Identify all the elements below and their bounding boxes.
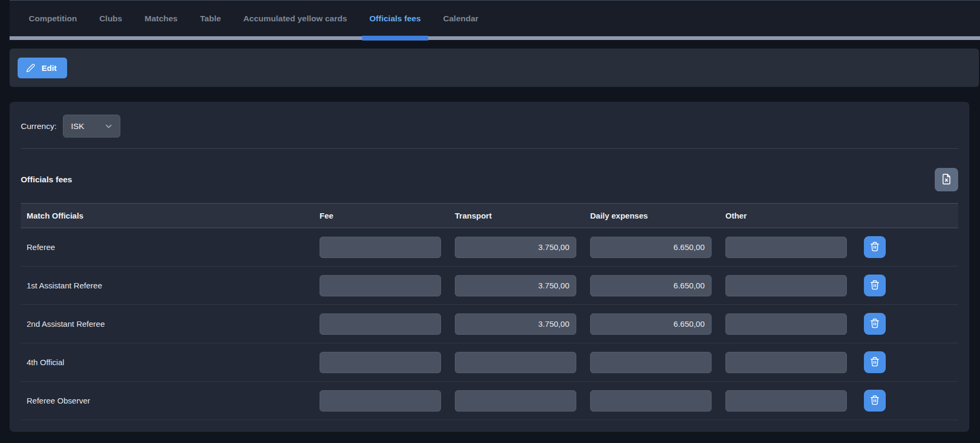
- trash-icon: [870, 357, 880, 368]
- tab-table[interactable]: Table: [200, 1, 221, 36]
- official-label: Referee: [21, 243, 320, 252]
- currency-selected-value: ISK: [71, 122, 84, 131]
- currency-label: Currency:: [21, 122, 56, 131]
- other-input[interactable]: [725, 237, 847, 258]
- tab-bar: Competition Clubs Matches Table Accumula…: [10, 0, 980, 40]
- official-label: Referee Observer: [21, 396, 320, 405]
- export-excel-button[interactable]: [935, 168, 958, 191]
- delete-row-button[interactable]: [864, 236, 886, 258]
- column-header-transport: Transport: [455, 211, 590, 220]
- fee-input[interactable]: [320, 237, 441, 258]
- transport-input[interactable]: [455, 390, 576, 412]
- column-header-daily-expenses: Daily expenses: [590, 211, 725, 220]
- delete-row-button[interactable]: [864, 351, 886, 373]
- other-input[interactable]: [725, 390, 847, 412]
- transport-input[interactable]: [455, 275, 576, 296]
- file-excel-icon: [941, 173, 952, 187]
- other-input[interactable]: [725, 313, 847, 335]
- delete-row-button[interactable]: [864, 313, 886, 335]
- currency-select[interactable]: ISK: [63, 115, 120, 138]
- trash-icon: [870, 241, 880, 253]
- official-label: 1st Assistant Referee: [21, 281, 320, 290]
- tab-matches[interactable]: Matches: [144, 1, 177, 36]
- other-input[interactable]: [725, 275, 847, 296]
- table-header-row: Match Officials Fee Transport Daily expe…: [21, 203, 958, 228]
- delete-row-button[interactable]: [864, 275, 886, 296]
- fee-input[interactable]: [320, 352, 441, 373]
- column-header-match-officials: Match Officials: [21, 211, 320, 220]
- edit-button[interactable]: Edit: [18, 58, 67, 78]
- daily-expenses-input[interactable]: [590, 237, 712, 258]
- column-header-fee: Fee: [320, 211, 455, 220]
- trash-icon: [870, 318, 880, 330]
- table-row: Referee: [21, 228, 958, 267]
- official-label: 2nd Assistant Referee: [21, 319, 320, 328]
- table-row: 1st Assistant Referee: [21, 267, 958, 305]
- tab-accumulated-yellow-cards[interactable]: Accumulated yellow cards: [243, 1, 347, 36]
- daily-expenses-input[interactable]: [590, 275, 712, 296]
- daily-expenses-input[interactable]: [590, 352, 712, 373]
- table-row: Referee Observer: [21, 382, 958, 420]
- daily-expenses-input[interactable]: [590, 390, 712, 412]
- currency-row: Currency: ISK: [21, 115, 958, 138]
- fee-input[interactable]: [320, 313, 441, 335]
- tab-competition[interactable]: Competition: [29, 1, 77, 36]
- section-title: Officials fees: [21, 175, 72, 184]
- tab-calendar[interactable]: Calendar: [443, 1, 478, 36]
- section-header: Officials fees: [21, 168, 958, 191]
- fee-input[interactable]: [320, 275, 441, 296]
- edit-toolbar: Edit: [10, 49, 979, 87]
- table-row: 2nd Assistant Referee: [21, 305, 958, 343]
- officials-fees-table: Match Officials Fee Transport Daily expe…: [21, 203, 958, 420]
- transport-input[interactable]: [455, 352, 576, 373]
- chevron-down-icon: [104, 122, 113, 131]
- tab-officials-fees[interactable]: Officials fees: [370, 1, 421, 36]
- transport-input[interactable]: [455, 237, 576, 258]
- fee-input[interactable]: [320, 390, 441, 412]
- trash-icon: [870, 280, 880, 292]
- column-header-other: Other: [725, 211, 861, 220]
- transport-input[interactable]: [455, 313, 576, 335]
- other-input[interactable]: [725, 352, 847, 373]
- tab-scroll-track[interactable]: [10, 36, 980, 40]
- divider: [21, 148, 958, 149]
- tab-list: Competition Clubs Matches Table Accumula…: [10, 1, 980, 36]
- pencil-icon: [26, 63, 35, 73]
- delete-row-button[interactable]: [864, 390, 886, 412]
- officials-fees-panel: Currency: ISK Officials fees: [10, 102, 969, 432]
- tab-clubs[interactable]: Clubs: [99, 1, 122, 36]
- edit-button-label: Edit: [42, 63, 56, 73]
- daily-expenses-input[interactable]: [590, 313, 712, 335]
- table-row: 4th Official: [21, 343, 958, 382]
- trash-icon: [870, 395, 880, 407]
- official-label: 4th Official: [21, 358, 320, 367]
